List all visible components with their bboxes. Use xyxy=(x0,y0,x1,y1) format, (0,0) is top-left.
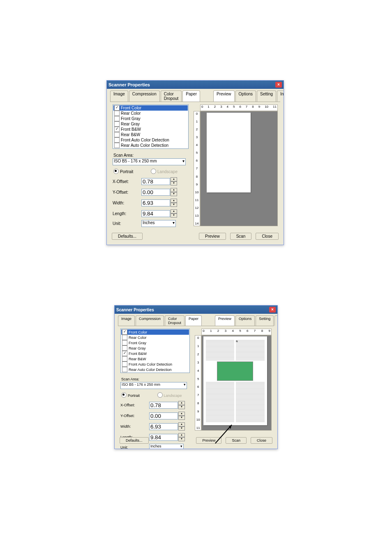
tab-information[interactable]: Information xyxy=(274,315,278,326)
checkbox-icon[interactable] xyxy=(114,137,120,143)
tab-compression[interactable]: Compression xyxy=(129,90,160,102)
ruler-horizontal: 01234567891011 xyxy=(200,104,278,111)
list-item: Front Gray xyxy=(113,116,188,121)
length-input[interactable] xyxy=(141,210,170,217)
defaults-button[interactable]: Defaults... xyxy=(112,233,143,240)
spinner[interactable]: ▲▼ xyxy=(178,433,185,441)
list-item: Rear Gray xyxy=(113,121,188,127)
checkbox-icon[interactable] xyxy=(114,132,120,137)
tab-setting[interactable]: Setting xyxy=(257,90,276,102)
checkbox-icon[interactable]: ✓ xyxy=(114,105,120,111)
length-input[interactable] xyxy=(149,434,178,441)
preview-panel: 0123456789 01234567891011 N xyxy=(195,329,272,431)
list-item: Rear Color xyxy=(121,335,189,340)
spinner[interactable]: ▲▼ xyxy=(171,188,177,196)
checkbox-icon[interactable] xyxy=(122,340,127,345)
scan-area-select[interactable]: ISO B5 - 176 x 250 mm▾ xyxy=(120,382,187,389)
tab-color-dropout[interactable]: Color Dropout xyxy=(165,315,184,326)
image-type-list[interactable]: ✓Front Color Rear Color Front Gray Rear … xyxy=(120,329,190,373)
unit-select[interactable]: Inches▾ xyxy=(149,444,184,449)
list-item: ✓Front Color xyxy=(113,105,188,111)
preview-button[interactable]: Preview xyxy=(199,233,226,240)
ruler-horizontal: 0123456789 xyxy=(201,329,272,335)
spinner[interactable]: ▲▼ xyxy=(171,177,177,185)
checkbox-icon[interactable] xyxy=(114,143,120,148)
title-bar[interactable]: Scanner Properties × xyxy=(115,306,277,314)
width-input[interactable] xyxy=(141,199,170,206)
radio-portrait[interactable] xyxy=(121,392,127,398)
checkbox-icon[interactable] xyxy=(122,356,127,361)
tab-options[interactable]: Options xyxy=(235,90,256,102)
close-button[interactable]: Close xyxy=(251,437,272,444)
spinner[interactable]: ▲▼ xyxy=(171,199,177,207)
spinner[interactable]: ▲▼ xyxy=(171,209,177,218)
checkbox-icon[interactable]: ✓ xyxy=(114,127,120,132)
width-label: Width: xyxy=(120,424,149,429)
width-input[interactable] xyxy=(149,423,178,430)
scanned-document-thumbnail: N xyxy=(206,340,265,422)
close-button[interactable]: Close xyxy=(256,233,279,240)
preview-button[interactable]: Preview xyxy=(196,437,221,444)
spinner[interactable]: ▲▼ xyxy=(178,412,185,420)
checkbox-icon[interactable]: ✓ xyxy=(122,329,127,335)
tab-paper[interactable]: Paper xyxy=(185,315,202,326)
scan-area-select[interactable]: ISO B5 - 176 x 250 mm▾ xyxy=(113,158,186,165)
tab-strip: Image Compression Color Dropout Paper Pr… xyxy=(107,89,284,102)
tab-strip: Image Compression Color Dropout Paper Pr… xyxy=(115,314,277,326)
tab-setting[interactable]: Setting xyxy=(256,315,274,326)
defaults-button[interactable]: Defaults... xyxy=(120,437,149,444)
preview-panel: 01234567891011 01234567891011121314 xyxy=(194,104,278,226)
tab-options[interactable]: Options xyxy=(235,315,255,326)
scanner-properties-dialog-1: Scanner Properties × Image Compression C… xyxy=(106,80,284,245)
tab-image[interactable]: Image xyxy=(110,90,128,102)
spinner[interactable]: ▲▼ xyxy=(178,422,185,431)
yoffset-label: Y-Offset: xyxy=(120,414,149,418)
tab-information[interactable]: Information xyxy=(277,90,284,102)
tab-preview[interactable]: Preview xyxy=(213,90,235,102)
xoffset-label: X-Offset: xyxy=(113,179,141,184)
scan-button[interactable]: Scan xyxy=(230,233,252,240)
xoffset-input[interactable] xyxy=(149,402,178,409)
unit-label: Unit: xyxy=(113,221,141,226)
preview-page[interactable] xyxy=(207,113,251,193)
radio-portrait[interactable] xyxy=(113,169,119,174)
radio-landscape[interactable] xyxy=(157,392,163,398)
checkbox-icon[interactable] xyxy=(122,367,127,372)
tab-color-dropout[interactable]: Color Dropout xyxy=(161,90,182,102)
orientation-radios: Portrait Landscape xyxy=(113,168,189,174)
tab-preview[interactable]: Preview xyxy=(215,315,235,326)
xoffset-input[interactable] xyxy=(141,178,170,185)
checkbox-icon[interactable] xyxy=(114,116,120,121)
chevron-down-icon: ▾ xyxy=(182,159,184,163)
title-bar[interactable]: Scanner Properties × xyxy=(107,81,284,89)
yoffset-input[interactable] xyxy=(149,412,178,419)
preview-page[interactable]: N xyxy=(203,336,267,425)
scanner-properties-dialog-2: Scanner Properties × Image Compression C… xyxy=(114,305,278,449)
chevron-down-icon: ▾ xyxy=(184,382,186,387)
list-item: Front Auto Color Detection xyxy=(113,137,188,143)
preview-bed[interactable] xyxy=(200,111,278,226)
yoffset-input[interactable] xyxy=(141,189,170,196)
unit-select[interactable]: Inches▾ xyxy=(141,220,176,227)
checkbox-icon[interactable] xyxy=(122,335,127,340)
window-title: Scanner Properties xyxy=(108,82,150,87)
close-icon[interactable]: × xyxy=(275,82,282,88)
left-panel: ✓Front Color Rear Color Front Gray Rear … xyxy=(120,329,190,431)
checkbox-icon[interactable] xyxy=(114,111,120,116)
list-item: ✓Front Color xyxy=(121,329,189,335)
scan-area-label: Scan Area: xyxy=(121,377,190,381)
radio-landscape[interactable] xyxy=(151,169,156,174)
preview-bed[interactable]: N xyxy=(201,335,272,431)
tab-paper[interactable]: Paper xyxy=(182,90,200,102)
checkbox-icon[interactable] xyxy=(114,121,120,127)
scan-button[interactable]: Scan xyxy=(226,437,247,444)
unit-label: Unit: xyxy=(120,445,149,449)
checkbox-icon[interactable] xyxy=(122,361,127,367)
spinner[interactable]: ▲▼ xyxy=(178,401,185,409)
checkbox-icon[interactable]: ✓ xyxy=(122,351,127,356)
tab-compression[interactable]: Compression xyxy=(136,315,164,326)
tab-image[interactable]: Image xyxy=(118,315,135,326)
close-icon[interactable]: × xyxy=(269,307,276,313)
image-type-list[interactable]: ✓Front Color Rear Color Front Gray Rear … xyxy=(113,104,189,149)
checkbox-icon[interactable] xyxy=(122,345,127,351)
